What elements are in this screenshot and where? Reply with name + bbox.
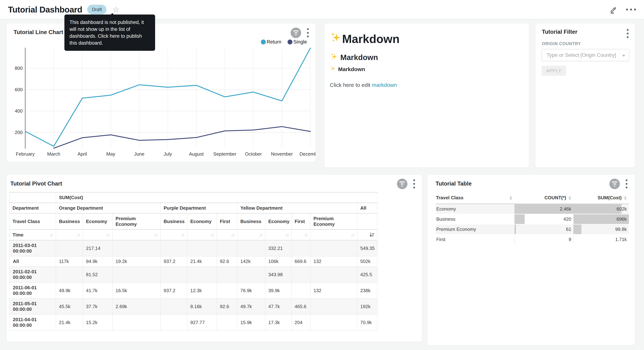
pivot-sort-cell[interactable]: ↓↑: [83, 230, 112, 240]
pivot-sort-row: Time↓↑↓↑↓↑↓↑↓↑↓↑↓↑↓↑↓↑↓↑↓↑: [10, 230, 377, 240]
pivot-class-header[interactable]: First: [292, 214, 310, 230]
kebab-icon[interactable]: [412, 179, 416, 189]
filter-title: Tutorial Filter: [542, 29, 578, 35]
column-header-sum[interactable]: SUM(Cost): [574, 192, 629, 204]
pivot-value-cell: 47.7k: [265, 298, 292, 314]
pivot-class-header[interactable]: Economy: [83, 214, 112, 230]
pencil-icon[interactable]: [609, 6, 618, 14]
pivot-value-cell: 92.6: [217, 298, 237, 314]
sort-arrows-icon[interactable]: ↓↑: [76, 232, 80, 238]
count-bar: [514, 224, 516, 234]
sort-arrows-icon[interactable]: ↓↑: [154, 232, 158, 238]
apply-button[interactable]: APPLY: [542, 66, 566, 76]
pivot-sort-cell[interactable]: ↓↑: [112, 230, 160, 240]
pivot-value-cell: [237, 240, 265, 256]
pivot-group-header[interactable]: Yellow Department: [237, 203, 357, 214]
pivot-value-cell: 106k: [265, 256, 292, 266]
pivot-row-label[interactable]: 2011-02-01 00:00:00: [10, 266, 56, 282]
pivot-value-cell: 94.9k: [83, 256, 112, 266]
pivot-sort-cell[interactable]: ↓↑: [265, 230, 292, 240]
table-row[interactable]: Business 420 696k: [436, 214, 629, 224]
sort-carets-icon[interactable]: [568, 196, 571, 200]
svg-text:December: December: [300, 151, 316, 157]
filter-card: Tutorial Filter ORIGIN COUNTRY Type or S…: [535, 24, 635, 168]
sort-arrows-icon[interactable]: ↓↑: [181, 232, 184, 238]
origin-country-label: ORIGIN COUNTRY: [542, 41, 581, 46]
sort-arrows-icon[interactable]: ↓↑: [50, 232, 53, 238]
svg-text:April: April: [78, 151, 87, 157]
pivot-class-header[interactable]: First: [217, 214, 237, 230]
column-header-travel-class[interactable]: Travel Class: [436, 192, 514, 204]
sort-carets-icon[interactable]: [624, 196, 627, 200]
pivot-class-header[interactable]: Economy: [187, 214, 217, 230]
pivot-department-row: DepartmentOrange DepartmentPurple Depart…: [10, 203, 377, 214]
sort-arrows-icon[interactable]: ↓↑: [210, 232, 214, 238]
table-row[interactable]: Economy 2.46k 602k: [436, 204, 629, 214]
pivot-value-cell: 81.52: [83, 266, 112, 282]
pivot-row: 2011-03-01 00:00:00217.14332.21549.35: [10, 240, 377, 256]
legend-label: Return: [267, 39, 281, 45]
pivot-sort-cell[interactable]: ↓↑: [217, 230, 237, 240]
kebab-icon[interactable]: [625, 179, 628, 189]
pivot-all-header[interactable]: All: [357, 203, 377, 214]
pivot-class-header[interactable]: Economy: [265, 214, 292, 230]
draft-badge[interactable]: Draft: [87, 5, 106, 14]
sort-descending-icon[interactable]: [369, 232, 374, 238]
table-row[interactable]: Premium Economy 61 99.8k: [436, 224, 629, 234]
pivot-sort-cell[interactable]: ↓↑: [292, 230, 310, 240]
svg-text:June: June: [134, 151, 144, 157]
pivot-sort-cell-active[interactable]: [357, 230, 377, 240]
markdown-link[interactable]: markdown: [372, 82, 397, 88]
pivot-sort-cell[interactable]: ↓↑: [160, 230, 187, 240]
sort-arrows-icon[interactable]: ↓↑: [259, 232, 262, 238]
pivot-value-cell: 937.2: [160, 282, 187, 298]
pivot-title: Tutorial Pivot Chart: [10, 180, 62, 187]
page-title: Tutorial Dashboard: [8, 5, 82, 14]
pivot-row-label[interactable]: 2011-06-01 00:00:00: [10, 282, 56, 298]
table-row[interactable]: First 9 1.71k: [436, 234, 629, 244]
pivot-class-header[interactable]: Business: [160, 214, 187, 230]
markdown-card[interactable]: Markdown Markdown Markdown Click here to…: [324, 24, 529, 168]
pivot-sort-cell[interactable]: ↓↑: [310, 230, 357, 240]
pivot-row-label[interactable]: All: [10, 256, 56, 266]
pivot-time-axis-label[interactable]: Time↓↑: [10, 230, 56, 240]
legend-item[interactable]: Return: [261, 39, 281, 45]
pivot-sort-cell[interactable]: ↓↑: [237, 230, 265, 240]
kebab-icon[interactable]: [626, 28, 629, 39]
pivot-row-label[interactable]: 2011-04-01 00:00:00: [10, 314, 56, 330]
svg-text:May: May: [106, 151, 115, 157]
pivot-row: 2011-04-01 00:00:0021.4k15.2k927.7715.9k…: [10, 314, 377, 330]
pivot-sort-cell[interactable]: ↓↑: [56, 230, 83, 240]
pivot-value-cell: [237, 266, 265, 282]
pivot-value-cell: 12.3k: [187, 282, 217, 298]
legend-label: Single: [293, 39, 307, 45]
sort-carets-icon[interactable]: [510, 196, 512, 200]
sort-arrows-icon[interactable]: ↓↑: [304, 232, 307, 238]
sort-arrows-icon[interactable]: ↓↑: [106, 232, 110, 238]
pivot-value-cell: 8.16k: [187, 298, 217, 314]
sparkles-icon: [330, 52, 338, 62]
pivot-group-header[interactable]: Orange Department: [56, 203, 160, 214]
sort-arrows-icon[interactable]: ↓↑: [231, 232, 234, 238]
sort-arrows-icon[interactable]: ↓↑: [285, 232, 288, 238]
pivot-class-header[interactable]: Business: [237, 214, 265, 230]
pivot-class-header[interactable]: Premium Economy: [112, 214, 160, 230]
filter-icon[interactable]: [397, 179, 408, 189]
pivot-group-header[interactable]: Purple Department: [160, 203, 237, 214]
pivot-row-label[interactable]: 2011-03-01 00:00:00: [10, 240, 56, 256]
legend-item[interactable]: Single: [288, 39, 307, 45]
sum-cell: 1.71k: [574, 234, 629, 244]
pivot-class-header[interactable]: Premium Economy: [310, 214, 357, 230]
filter-icon[interactable]: [609, 179, 620, 189]
ellipsis-icon[interactable]: [626, 8, 636, 10]
table-title: Tutorial Table: [436, 180, 472, 187]
pivot-row-label[interactable]: 2011-05-01 00:00:00: [10, 298, 56, 314]
pivot-sort-cell[interactable]: ↓↑: [187, 230, 217, 240]
sort-arrows-icon[interactable]: ↓↑: [351, 232, 354, 238]
pivot-value-cell: 343.98: [265, 266, 292, 282]
origin-country-select[interactable]: Type or Select [Origin Country]: [542, 49, 629, 61]
pivot-class-header[interactable]: Business: [56, 214, 83, 230]
pivot-value-cell: 15.2k: [83, 314, 112, 330]
column-header-count[interactable]: COUNT(*): [514, 192, 574, 204]
pivot-value-cell: 92.6: [217, 256, 237, 266]
